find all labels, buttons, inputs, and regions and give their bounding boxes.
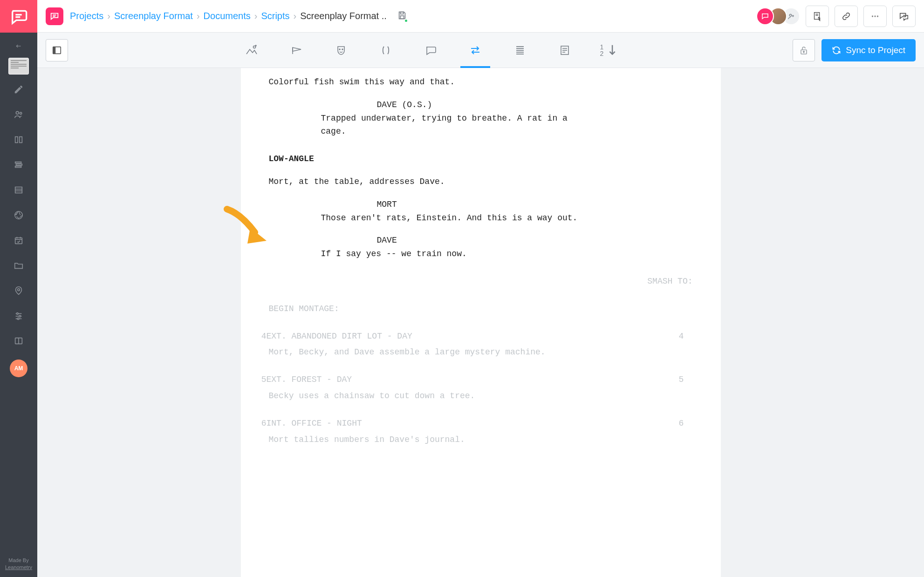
script-scene-heading[interactable]: 5 EXT. FOREST - DAY 5 (269, 373, 693, 387)
more-options-button[interactable] (863, 6, 887, 27)
breadcrumb-documents[interactable]: Documents (204, 11, 251, 21)
svg-point-41 (255, 45, 256, 46)
svg-point-36 (874, 15, 876, 17)
script-action[interactable]: Colorful fish swim this way and that. (269, 75, 693, 89)
svg-point-44 (342, 49, 343, 50)
script-scene-heading[interactable]: 6 INT. OFFICE - NIGHT 6 (269, 417, 693, 430)
sidebar-item-sliders[interactable] (8, 305, 29, 326)
script-scene-heading[interactable]: 4 EXT. ABANDONED DIRT LOT - DAY 4 (269, 330, 693, 343)
scene-heading-icon[interactable] (242, 39, 261, 61)
svg-point-22 (19, 315, 21, 317)
annotation-arrow-icon (222, 204, 269, 246)
sidebar-item-book[interactable] (8, 331, 29, 351)
panel-toggle-button[interactable] (46, 39, 68, 61)
format-lines-icon[interactable] (511, 39, 529, 61)
sidebar-item-edit[interactable] (8, 79, 29, 100)
svg-point-35 (872, 15, 873, 17)
breadcrumb-projects[interactable]: Projects (70, 11, 103, 21)
save-indicator[interactable] (397, 10, 407, 22)
script-dialogue[interactable]: Trapped underwater, trying to breathe. A… (321, 112, 590, 139)
script-dialogue[interactable]: If I say yes -- we train now. (321, 247, 590, 261)
lock-button[interactable] (793, 39, 815, 61)
script-montage-heading[interactable]: BEGIN MONTAGE: (269, 302, 693, 316)
script-dialogue[interactable]: Those aren't rats, Einstein. And this is… (321, 211, 590, 225)
dialogue-icon[interactable] (421, 39, 440, 61)
script-page[interactable]: Colorful fish swim this way and that. DA… (241, 68, 721, 577)
character-icon[interactable] (332, 39, 350, 61)
collaborator-avatars[interactable] (761, 7, 800, 25)
svg-point-18 (18, 289, 20, 291)
sidebar-item-compare[interactable] (8, 129, 29, 150)
scene-number-right: 4 (679, 330, 702, 343)
svg-rect-9 (15, 166, 21, 168)
breadcrumb-screenplay-format[interactable]: Screenplay Format (114, 11, 193, 21)
svg-marker-60 (247, 228, 267, 244)
svg-rect-8 (16, 164, 22, 165)
link-button[interactable] (835, 6, 858, 27)
sidebar-item-list[interactable] (8, 180, 29, 200)
script-transition[interactable]: SMASH TO: (269, 275, 693, 288)
script-action[interactable]: Becky uses a chainsaw to cut down a tree… (269, 389, 693, 403)
document-scroll-area[interactable]: Colorful fish swim this way and that. DA… (37, 68, 924, 577)
svg-rect-29 (400, 12, 403, 14)
svg-rect-39 (53, 47, 56, 54)
script-action[interactable]: Mort tallies numbers in Dave's journal. (269, 433, 693, 447)
parenthetical-icon[interactable] (376, 39, 395, 61)
sidebar-item-folder[interactable] (8, 255, 29, 276)
svg-rect-6 (20, 137, 22, 143)
export-button[interactable] (806, 6, 829, 27)
scene-number-left: 4 (243, 330, 267, 343)
svg-rect-7 (15, 162, 21, 163)
chevron-right-icon: › (107, 11, 110, 21)
sync-to-project-button[interactable]: Sync to Project (821, 39, 916, 61)
svg-point-3 (16, 111, 19, 114)
svg-point-4 (20, 112, 21, 114)
script-character[interactable]: DAVE (O.S.) (377, 98, 693, 112)
svg-point-24 (17, 318, 19, 320)
script-character[interactable]: DAVE (377, 234, 693, 247)
script-action[interactable]: Mort, Becky, and Dave assemble a large m… (269, 346, 693, 359)
svg-point-43 (339, 49, 340, 50)
credit-link[interactable]: Leanometry (5, 564, 32, 570)
scene-number-right: 6 (679, 417, 702, 430)
app-logo[interactable] (0, 0, 37, 33)
scene-number-right: 5 (679, 373, 702, 387)
sidebar-item-location[interactable] (8, 280, 29, 301)
svg-rect-10 (15, 187, 22, 193)
back-arrow-icon[interactable] (13, 39, 25, 53)
svg-point-20 (16, 313, 18, 315)
svg-rect-14 (15, 238, 22, 244)
sidebar-item-layers[interactable] (8, 155, 29, 175)
scene-number-left: 6 (243, 417, 267, 430)
script-action[interactable]: Mort, at the table, addresses Dave. (269, 175, 693, 189)
svg-point-37 (877, 15, 878, 17)
user-avatar-badge[interactable]: AM (10, 360, 27, 377)
comments-button[interactable] (892, 6, 916, 27)
left-sidebar: AM Made By Leanometry (0, 0, 37, 577)
script-shot[interactable]: LOW-ANGLE (269, 152, 693, 166)
sidebar-item-calendar[interactable] (8, 230, 29, 251)
sidebar-footer: Made By Leanometry (5, 557, 32, 570)
chevron-right-icon: › (294, 11, 297, 21)
breadcrumb: Projects › Screenplay Format › Documents… (70, 11, 387, 21)
sidebar-item-document-thumb[interactable] (8, 58, 29, 75)
scene-number-left: 5 (243, 373, 267, 387)
sidebar-item-people[interactable] (8, 104, 29, 125)
avatar-chat-icon[interactable] (756, 7, 774, 25)
project-logo[interactable] (46, 7, 63, 25)
chevron-right-icon: › (254, 11, 258, 21)
svg-rect-30 (400, 15, 404, 18)
notes-icon[interactable] (555, 39, 574, 61)
script-character[interactable]: MORT (377, 198, 693, 211)
chevron-right-icon: › (197, 11, 200, 21)
top-header: Projects › Screenplay Format › Documents… (37, 0, 924, 33)
svg-point-31 (789, 14, 792, 16)
svg-rect-5 (15, 137, 18, 143)
breadcrumb-scripts[interactable]: Scripts (261, 11, 289, 21)
line-numbers-icon[interactable]: 12 (600, 39, 619, 61)
editor-toolbar: 12 Sync to Project (37, 33, 924, 68)
action-icon[interactable] (287, 39, 306, 61)
sidebar-item-aperture[interactable] (8, 205, 29, 225)
transition-icon[interactable] (466, 39, 485, 61)
breadcrumb-current: Screenplay Format .. (300, 11, 387, 21)
